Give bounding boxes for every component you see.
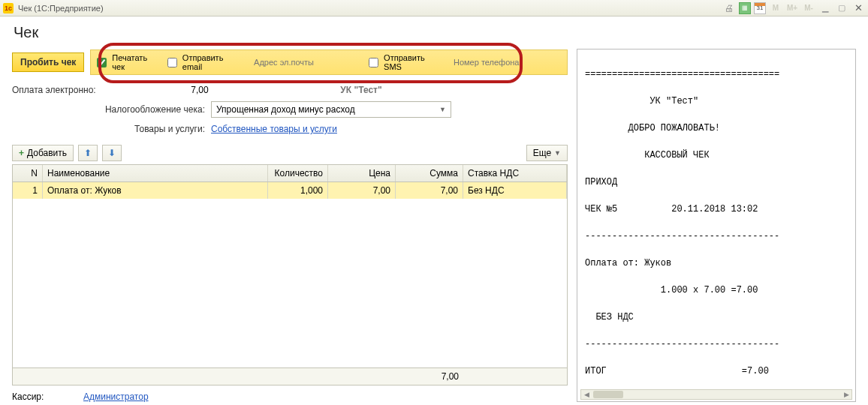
cell-n: 1 xyxy=(13,182,43,199)
cell-name: Оплата от: Жуков xyxy=(43,182,268,199)
cashier-link[interactable]: Администратор xyxy=(83,392,149,402)
send-sms-checkbox[interactable] xyxy=(369,58,378,68)
col-sum[interactable]: Сумма xyxy=(396,165,463,182)
mem-mplus[interactable]: M+ xyxy=(785,2,799,15)
cashier-label: Кассир: xyxy=(12,392,83,402)
phone-input[interactable] xyxy=(450,56,561,69)
col-n[interactable]: N xyxy=(13,165,43,182)
email-input[interactable] xyxy=(250,56,361,69)
items-table: N Наименование Количество Цена Сумма Ста… xyxy=(12,164,568,386)
chevron-down-icon: ▼ xyxy=(439,106,446,113)
goods-label: Товары и услуги: xyxy=(12,124,211,134)
print-check-option[interactable]: Печатать чек xyxy=(97,53,160,71)
pay-electronic-label: Оплата электронно: xyxy=(12,85,96,95)
page-title: Чек xyxy=(14,24,856,41)
options-strip: Печатать чек Отправить email Отправить S… xyxy=(90,50,568,75)
move-down-button[interactable]: ⬇ xyxy=(102,145,122,161)
print-icon[interactable] xyxy=(722,2,736,15)
mem-mminus[interactable]: M- xyxy=(802,2,815,15)
table-footer: 7,00 xyxy=(13,368,567,385)
arrow-up-icon: ⬆ xyxy=(84,148,92,158)
table-header: N Наименование Количество Цена Сумма Ста… xyxy=(13,165,567,182)
tax-select-value: Упрощенная доход минус расход xyxy=(216,104,355,115)
tax-label: Налогообложение чека: xyxy=(12,104,211,115)
table-body: 1 Оплата от: Жуков 1,000 7,00 7,00 Без Н… xyxy=(13,182,567,368)
tax-select[interactable]: Упрощенная доход минус расход ▼ xyxy=(211,101,451,118)
cell-vat: Без НДС xyxy=(463,182,567,199)
plus-icon: + xyxy=(19,148,24,158)
chevron-down-icon: ▼ xyxy=(554,149,561,157)
cell-sum: 7,00 xyxy=(396,182,463,199)
punch-check-button[interactable]: Пробить чек xyxy=(12,52,84,72)
col-qty[interactable]: Количество xyxy=(268,165,328,182)
action-bar: Пробить чек Печатать чек Отправить email… xyxy=(12,49,568,76)
cashier-row: Кассир: Администратор xyxy=(12,392,568,402)
calc-icon[interactable]: ▦ xyxy=(739,2,751,14)
col-vat[interactable]: Ставка НДС xyxy=(463,165,567,182)
minimize-icon[interactable]: ▁ xyxy=(818,2,832,15)
cell-qty: 1,000 xyxy=(268,182,328,199)
receipt-preview: ==================================== УК … xyxy=(577,49,856,402)
calendar-icon[interactable]: 31 xyxy=(754,2,766,14)
col-name[interactable]: Наименование xyxy=(43,165,268,182)
table-row[interactable]: 1 Оплата от: Жуков 1,000 7,00 7,00 Без Н… xyxy=(13,182,567,199)
titlebar: 1c Чек (1С:Предприятие) ▦ 31 M M+ M- ▁ ▢… xyxy=(0,0,868,16)
footer-sum: 7,00 xyxy=(396,368,463,385)
print-check-checkbox[interactable] xyxy=(97,58,107,68)
mem-m[interactable]: M xyxy=(769,2,782,15)
table-toolbar: + Добавить ⬆ ⬇ Еще ▼ xyxy=(12,145,568,161)
org-value: УК "Тест" xyxy=(340,85,381,95)
goods-link[interactable]: Собственные товары и услуги xyxy=(211,124,337,134)
close-icon[interactable]: ✕ xyxy=(851,2,865,15)
row-tax: Налогообложение чека: Упрощенная доход м… xyxy=(12,101,568,118)
app-icon: 1c xyxy=(3,3,14,14)
send-email-option[interactable]: Отправить email xyxy=(167,53,243,71)
scroll-left-icon[interactable]: ◀ xyxy=(581,391,592,398)
more-button[interactable]: Еще ▼ xyxy=(526,145,568,161)
titlebar-right: ▦ 31 M M+ M- ▁ ▢ ✕ xyxy=(722,2,865,15)
scrollbar-thumb[interactable] xyxy=(593,391,623,398)
scroll-right-icon[interactable]: ▶ xyxy=(841,391,851,398)
row-payment: Оплата электронно: 7,00 Организация: УК … xyxy=(12,85,568,95)
send-email-checkbox[interactable] xyxy=(167,58,177,68)
move-up-button[interactable]: ⬆ xyxy=(78,145,98,161)
send-sms-option[interactable]: Отправить SMS xyxy=(369,53,442,71)
arrow-down-icon: ⬇ xyxy=(108,148,116,158)
window-title: Чек (1С:Предприятие) xyxy=(18,4,104,13)
add-button[interactable]: + Добавить xyxy=(12,145,74,161)
horizontal-scrollbar[interactable]: ◀ ▶ xyxy=(580,389,852,400)
pay-electronic-value: 7,00 xyxy=(111,85,209,95)
cell-price: 7,00 xyxy=(328,182,396,199)
maximize-icon[interactable]: ▢ xyxy=(835,2,848,15)
col-price[interactable]: Цена xyxy=(328,165,396,182)
row-goods: Товары и услуги: Собственные товары и ус… xyxy=(12,124,568,134)
receipt-text: ==================================== УК … xyxy=(585,54,852,405)
